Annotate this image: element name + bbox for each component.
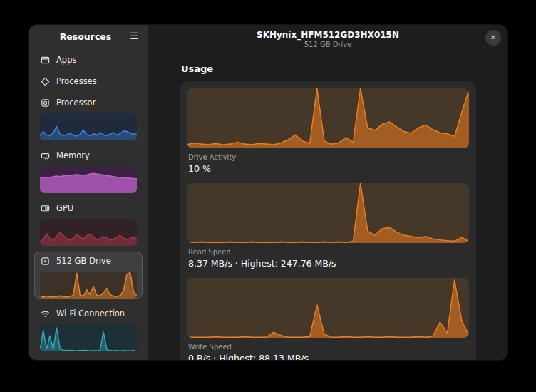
- app-title: Resources: [34, 31, 125, 42]
- close-icon[interactable]: ✕: [485, 30, 501, 46]
- memory-mini-chart: [40, 166, 137, 193]
- sidebar-item-wifi[interactable]: Wi-Fi Connection: [34, 304, 143, 323]
- sidebar-header: Resources ☰: [29, 25, 148, 48]
- processes-icon: [40, 76, 50, 86]
- memory-icon: [40, 150, 50, 160]
- screen: Resources ☰ Apps Processes: [0, 0, 536, 392]
- read-speed-chart: [187, 183, 469, 243]
- sidebar-item-label: Apps: [56, 55, 76, 65]
- panel-label: Write Speed: [188, 343, 468, 351]
- sidebar-item-processes[interactable]: Processes: [34, 72, 143, 91]
- sidebar: Resources ☰ Apps Processes: [29, 25, 148, 360]
- main-panel: SKHynix_HFM512GD3HX015N 512 GB Drive ✕ U…: [148, 25, 507, 360]
- gpu-mini-chart: [40, 219, 137, 246]
- write-speed-chart: [187, 278, 469, 338]
- main-content: Usage Drive Activity 10 % Read Speed 8.3…: [148, 52, 507, 360]
- panel-label: Drive Activity: [188, 153, 468, 161]
- drive-title: SKHynix_HFM512GD3HX015N: [148, 30, 507, 40]
- sidebar-item-label: Processes: [56, 76, 97, 86]
- sidebar-item-label: Memory: [56, 150, 90, 160]
- wifi-mini-chart: [40, 324, 137, 351]
- processor-icon: [40, 98, 50, 108]
- drive-activity-chart: [187, 88, 469, 148]
- sidebar-nav: Apps Processes Processor: [29, 48, 148, 360]
- panel-label: Read Speed: [188, 248, 468, 256]
- sidebar-item-drive[interactable]: 512 GB Drive: [34, 252, 143, 270]
- sidebar-group-drive: 512 GB Drive: [34, 252, 143, 299]
- sidebar-item-label: Wi-Fi Connection: [56, 309, 125, 319]
- apps-icon: [40, 55, 50, 65]
- sidebar-item-apps[interactable]: Apps: [34, 51, 143, 69]
- panel-read-speed: Read Speed 8.37 MB/s · Highest: 247.76 M…: [187, 183, 469, 269]
- sidebar-item-gpu[interactable]: GPU: [34, 199, 143, 217]
- gpu-icon: [40, 203, 50, 213]
- sidebar-item-label: 512 GB Drive: [56, 256, 111, 266]
- sidebar-item-label: GPU: [56, 203, 73, 213]
- panel-value: 8.37 MB/s · Highest: 247.76 MB/s: [188, 258, 468, 269]
- processor-mini-chart: [40, 113, 137, 140]
- sidebar-item-label: Processor: [56, 98, 96, 108]
- panel-drive-activity: Drive Activity 10 %: [187, 88, 469, 174]
- sidebar-group-memory: Memory: [34, 146, 143, 193]
- sidebar-group-wifi: Wi-Fi Connection: [34, 304, 143, 351]
- sidebar-item-memory[interactable]: Memory: [34, 146, 143, 165]
- drive-icon: [40, 256, 50, 266]
- panel-value: 0 B/s · Highest: 88.13 MB/s: [188, 353, 468, 360]
- sidebar-group-gpu: GPU: [34, 199, 143, 246]
- sidebar-item-processor[interactable]: Processor: [34, 93, 143, 112]
- drive-mini-chart: [40, 272, 137, 299]
- resources-window: Resources ☰ Apps Processes: [29, 25, 507, 360]
- drive-subtitle: 512 GB Drive: [148, 41, 507, 48]
- panel-write-speed: Write Speed 0 B/s · Highest: 88.13 MB/s: [187, 278, 469, 360]
- usage-section-title: Usage: [181, 63, 475, 74]
- wifi-icon: [40, 309, 50, 319]
- main-header: SKHynix_HFM512GD3HX015N 512 GB Drive ✕: [148, 25, 507, 52]
- panel-value: 10 %: [188, 163, 468, 174]
- usage-card: Drive Activity 10 % Read Speed 8.37 MB/s…: [180, 81, 476, 360]
- hamburger-menu-icon[interactable]: ☰: [125, 29, 143, 44]
- sidebar-group-processor: Processor: [34, 93, 143, 140]
